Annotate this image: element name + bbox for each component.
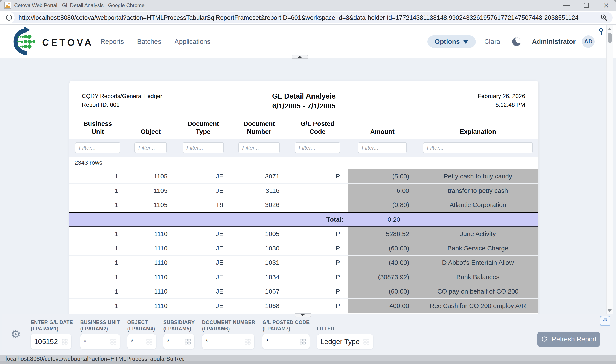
cell-business-unit: 1 xyxy=(69,299,126,313)
cell-amount: (30873.92) xyxy=(348,270,417,284)
filter-input-amount[interactable] xyxy=(358,142,407,153)
site-info-button[interactable]: i xyxy=(3,12,15,23)
cell-gl-posted-code: P xyxy=(287,284,348,299)
filter-input-gl-posted-code[interactable] xyxy=(295,142,340,153)
cell-document-number: 3116 xyxy=(231,183,287,198)
param-field-subsidiary[interactable]: * xyxy=(163,334,194,349)
param-field-gl-posted-code[interactable]: * xyxy=(262,334,310,349)
scroll-down-arrow-icon[interactable] xyxy=(608,310,612,312)
close-button[interactable]: × xyxy=(596,0,616,11)
cell-document-number: 1067 xyxy=(231,284,287,299)
grid-picker-icon[interactable] xyxy=(244,338,251,345)
param-group-object: OBJECT (FPARAM4) * xyxy=(127,319,156,349)
param-value: * xyxy=(131,338,146,346)
user-avatar[interactable]: AD xyxy=(582,35,594,48)
cell-object: 1105 xyxy=(126,183,175,198)
info-icon: i xyxy=(6,15,12,21)
refresh-report-button[interactable]: Refresh Report xyxy=(537,332,600,347)
report-header: CQRY Reports/General Ledger Report ID: 6… xyxy=(69,81,538,119)
filter-input-document-type[interactable] xyxy=(183,142,224,153)
param-field-document-number[interactable]: * xyxy=(202,334,254,349)
table-row[interactable]: 1 1105 JE 3116 6.00 transfer to petty ca… xyxy=(69,183,539,198)
cell-explanation: CO pay on behalf of CO 200 xyxy=(417,284,539,299)
table-row[interactable]: 1 1110 JE 1005 P 5286.52 June Activity xyxy=(69,227,539,241)
filter-input-document-number[interactable] xyxy=(238,142,280,153)
cell-gl-posted-code: P xyxy=(287,299,348,313)
collapse-header-handle[interactable] xyxy=(292,55,308,59)
report-scrollbar[interactable] xyxy=(606,25,613,314)
cell-document-type: JE xyxy=(175,270,231,284)
maximize-icon xyxy=(584,3,589,8)
collapse-params-handle[interactable] xyxy=(295,313,311,317)
url-text: http://localhost:8080/cetova/webportal?a… xyxy=(18,14,597,21)
report-title: GL Detail Analysis xyxy=(69,91,538,101)
cell-gl-posted-code xyxy=(287,198,348,212)
grid-picker-icon[interactable] xyxy=(146,338,153,345)
webportal-page: CETOVA Reports Batches Applications Opti… xyxy=(0,25,616,364)
minimize-icon xyxy=(563,5,570,6)
table-row[interactable]: 1 1105 JE 3071 P (5.00) Petty cash to bu… xyxy=(69,169,539,183)
parameter-panel: ⚙ ENTER G/L DATE (FPARAM1) 105152 BUSINE… xyxy=(2,314,613,355)
grid-picker-icon[interactable] xyxy=(61,338,68,345)
options-menu-button[interactable]: Options xyxy=(427,35,476,48)
filter-input-explanation[interactable] xyxy=(423,142,533,153)
gear-icon[interactable]: ⚙ xyxy=(11,329,21,340)
minimize-button[interactable] xyxy=(557,0,577,11)
filter-input-object[interactable] xyxy=(134,142,167,153)
zoom-in-icon[interactable] xyxy=(600,14,608,22)
cell-document-number: 1030 xyxy=(231,241,287,255)
table-row[interactable]: 1 1110 JE 1067 P (60.00) CO pay on behal… xyxy=(69,284,539,299)
table-row[interactable]: 1 1110 JE 1031 P (40.00) D Abbot's Enter… xyxy=(69,255,539,270)
grid-picker-icon[interactable] xyxy=(110,338,117,345)
param-group-gl-date: ENTER G/L DATE (FPARAM1) 105152 xyxy=(31,319,73,349)
cell-amount: (40.00) xyxy=(348,255,417,270)
clara-link[interactable]: Clara xyxy=(484,38,500,46)
param-value: * xyxy=(206,338,244,346)
nav-link-batches[interactable]: Batches xyxy=(137,38,161,46)
cell-object: 1110 xyxy=(126,255,175,270)
cell-document-type: JE xyxy=(175,299,231,313)
table-row[interactable]: 1 1110 JE 1068 P 400.00 Rec Cash for CO … xyxy=(69,299,539,313)
cell-explanation: Bank Balances xyxy=(417,270,539,284)
pin-panel-button[interactable] xyxy=(600,316,610,326)
param-value: * xyxy=(84,338,110,346)
filter-input-business-unit[interactable] xyxy=(75,142,120,153)
nav-link-applications[interactable]: Applications xyxy=(175,38,210,46)
cell-gl-posted-code: P xyxy=(287,169,348,183)
nav-links: Reports Batches Applications xyxy=(101,25,210,58)
total-row: Total: 0.20 xyxy=(69,212,539,227)
cell-document-number: 1031 xyxy=(231,255,287,270)
pin-icon[interactable] xyxy=(599,28,603,37)
maximize-button[interactable] xyxy=(577,0,596,11)
filter-group: FILTER Ledger Type xyxy=(317,319,373,349)
table-row[interactable]: 1 1110 JE 1034 P (30873.92) Bank Balance… xyxy=(69,270,539,284)
address-bar[interactable]: i http://localhost:8080/cetova/webportal… xyxy=(3,12,613,23)
param-group-document-number: DOCUMENT NUMBER (FPARAM6) * xyxy=(202,319,255,349)
table-row[interactable]: 1 1105 RI 3026 (0.80) Atlantic Corporati… xyxy=(69,198,539,212)
dark-mode-toggle-moon-icon[interactable] xyxy=(512,37,521,46)
window-titlebar: Cetova Web Portal - GL Detail Analysis -… xyxy=(0,0,616,11)
report-generated-date: February 26, 2026 xyxy=(478,92,525,101)
table-row[interactable]: 1 1110 JE 1030 P (60.00) Bank Service Ch… xyxy=(69,241,539,255)
pushpin-icon xyxy=(602,317,608,324)
options-label: Options xyxy=(435,38,460,46)
total-amount: 0.20 xyxy=(348,212,417,227)
grid-picker-icon[interactable] xyxy=(300,338,306,345)
scroll-up-arrow-icon[interactable] xyxy=(608,28,612,30)
param-label: DOCUMENT NUMBER (FPARAM6) xyxy=(202,319,255,332)
cell-document-number: 3026 xyxy=(231,198,287,212)
param-field-business-unit[interactable]: * xyxy=(80,334,120,349)
grid-picker-icon[interactable] xyxy=(184,338,191,345)
cell-object: 1110 xyxy=(126,299,175,313)
nav-link-reports[interactable]: Reports xyxy=(101,38,124,46)
param-field-gl-date[interactable]: 105152 xyxy=(31,334,71,349)
cell-document-type: JE xyxy=(175,227,231,241)
grid-picker-icon[interactable] xyxy=(363,338,370,345)
scrollbar-thumb[interactable] xyxy=(608,33,612,43)
cell-amount: 400.00 xyxy=(348,299,417,313)
ledger-type-filter[interactable]: Ledger Type xyxy=(317,334,373,349)
param-label: OBJECT (FPARAM4) xyxy=(127,319,156,332)
status-cover-strip xyxy=(0,361,616,364)
param-field-object[interactable]: * xyxy=(127,334,156,349)
param-group-gl-posted-code: G/L POSTED CODE (FPARAM7) * xyxy=(262,319,310,349)
